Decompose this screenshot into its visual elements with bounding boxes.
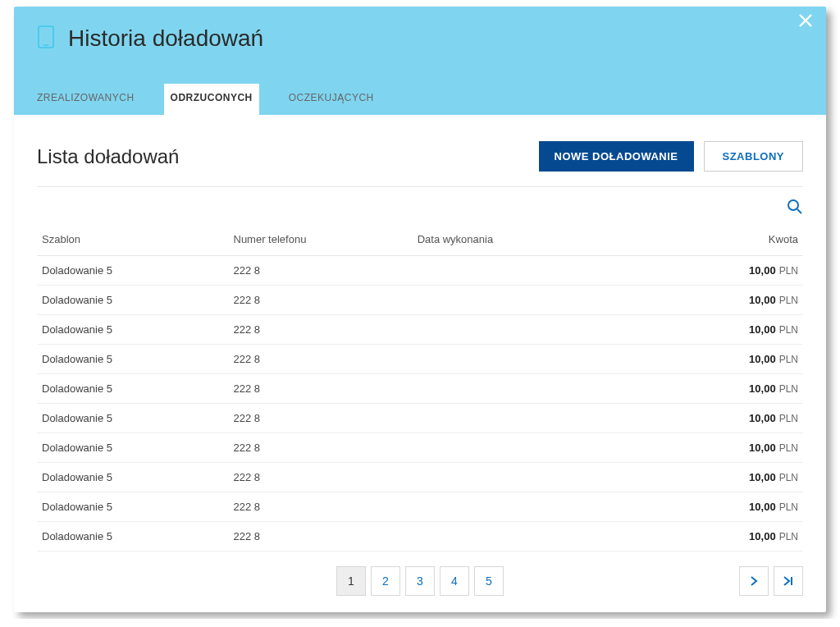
table-row[interactable]: Doladowanie 5222 810,00PLN <box>37 463 803 492</box>
table-row[interactable]: Doladowanie 5222 810,00PLN <box>37 433 803 463</box>
new-topup-button[interactable]: NOWE DOŁADOWANIE <box>539 141 694 172</box>
next-page-button[interactable] <box>739 566 769 596</box>
page-1-button[interactable]: 1 <box>336 566 366 596</box>
page-title: Historia doładowań <box>68 25 263 52</box>
cell-amount: 10,00PLN <box>688 433 803 463</box>
page-2-button[interactable]: 2 <box>371 566 400 596</box>
cell-phone: 222 8 <box>229 522 413 551</box>
cell-amount: 10,00PLN <box>688 256 803 286</box>
table-row[interactable]: Doladowanie 5222 810,00PLN <box>37 374 803 404</box>
cell-template: Doladowanie 5 <box>37 374 229 404</box>
modal: Historia doładowań ZREALIZOWANYCHODRZUCO… <box>14 7 826 612</box>
cell-phone: 222 8 <box>229 374 413 404</box>
col-amount: Kwota <box>688 227 803 256</box>
table-row[interactable]: Doladowanie 5222 810,00PLN <box>37 256 803 286</box>
pagination: 12345 <box>37 566 803 596</box>
cell-phone: 222 8 <box>229 256 413 286</box>
table-row[interactable]: Doladowanie 5222 810,00PLN <box>37 404 803 433</box>
cell-phone: 222 8 <box>229 345 413 374</box>
cell-amount: 10,00PLN <box>688 492 803 522</box>
cell-date <box>413 492 688 522</box>
tabs: ZREALIZOWANYCHODRZUCONYCHOCZEKUJĄCYCH <box>37 84 803 115</box>
list-title: Lista doładowań <box>37 145 179 168</box>
cell-amount: 10,00PLN <box>688 463 803 492</box>
cell-phone: 222 8 <box>229 492 413 522</box>
search-icon[interactable] <box>787 199 803 218</box>
modal-body: Lista doładowań NOWE DOŁADOWANIE SZABLON… <box>14 115 826 612</box>
table-row[interactable]: Doladowanie 5222 810,00PLN <box>37 345 803 374</box>
cell-template: Doladowanie 5 <box>37 345 229 374</box>
cell-date <box>413 433 688 463</box>
cell-template: Doladowanie 5 <box>37 256 229 286</box>
cell-template: Doladowanie 5 <box>37 286 229 315</box>
cell-amount: 10,00PLN <box>688 522 803 551</box>
cell-phone: 222 8 <box>229 404 413 433</box>
cell-template: Doladowanie 5 <box>37 492 229 522</box>
cell-date <box>413 315 688 345</box>
modal-header: Historia doładowań ZREALIZOWANYCHODRZUCO… <box>14 7 826 115</box>
cell-phone: 222 8 <box>229 463 413 492</box>
cell-template: Doladowanie 5 <box>37 404 229 433</box>
cell-amount: 10,00PLN <box>688 286 803 315</box>
table-row[interactable]: Doladowanie 5222 810,00PLN <box>37 492 803 522</box>
tab-zrealizowanych[interactable]: ZREALIZOWANYCH <box>37 84 135 115</box>
cell-date <box>413 522 688 551</box>
templates-button[interactable]: SZABLONY <box>704 141 804 172</box>
close-icon[interactable] <box>798 13 813 31</box>
cell-amount: 10,00PLN <box>688 404 803 433</box>
cell-template: Doladowanie 5 <box>37 522 229 551</box>
topups-table: Szablon Numer telefonu Data wykonania Kw… <box>37 227 803 551</box>
cell-date <box>413 374 688 404</box>
table-row[interactable]: Doladowanie 5222 810,00PLN <box>37 315 803 345</box>
cell-date <box>413 404 688 433</box>
col-date: Data wykonania <box>413 227 688 256</box>
page-5-button[interactable]: 5 <box>474 566 504 596</box>
phone-icon <box>37 25 55 53</box>
cell-date <box>413 256 688 286</box>
cell-template: Doladowanie 5 <box>37 315 229 345</box>
tab-oczekujących[interactable]: OCZEKUJĄCYCH <box>289 84 374 115</box>
cell-amount: 10,00PLN <box>688 315 803 345</box>
cell-date <box>413 286 688 315</box>
col-template: Szablon <box>37 227 229 256</box>
svg-rect-2 <box>39 26 53 48</box>
cell-template: Doladowanie 5 <box>37 433 229 463</box>
cell-phone: 222 8 <box>229 286 413 315</box>
tab-odrzuconych[interactable]: ODRZUCONYCH <box>164 84 259 116</box>
table-row[interactable]: Doladowanie 5222 810,00PLN <box>37 286 803 315</box>
table-row[interactable]: Doladowanie 5222 810,00PLN <box>37 522 803 551</box>
cell-date <box>413 345 688 374</box>
cell-amount: 10,00PLN <box>688 374 803 404</box>
svg-point-4 <box>788 200 798 210</box>
svg-line-5 <box>797 209 801 213</box>
col-phone: Numer telefonu <box>229 227 413 256</box>
cell-phone: 222 8 <box>229 433 413 463</box>
cell-template: Doladowanie 5 <box>37 463 229 492</box>
page-3-button[interactable]: 3 <box>405 566 435 596</box>
last-page-button[interactable] <box>774 566 803 596</box>
cell-date <box>413 463 688 492</box>
cell-amount: 10,00PLN <box>688 345 803 374</box>
page-4-button[interactable]: 4 <box>440 566 469 596</box>
cell-phone: 222 8 <box>229 315 413 345</box>
